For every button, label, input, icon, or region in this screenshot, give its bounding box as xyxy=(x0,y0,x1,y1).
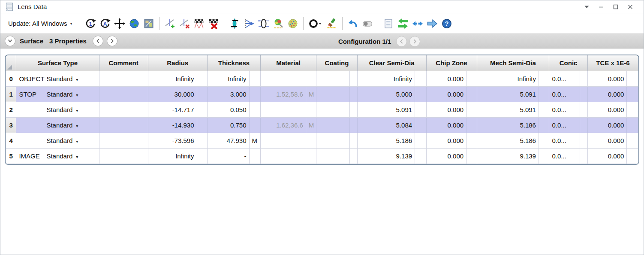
material-solve-cell[interactable]: M xyxy=(306,117,316,133)
mech-solve-cell[interactable] xyxy=(539,71,549,86)
coating-solve-cell[interactable] xyxy=(349,117,357,133)
ring-dropdown-icon[interactable] xyxy=(307,17,324,30)
next-surface-button[interactable] xyxy=(107,36,117,46)
column-header-comment[interactable]: Comment xyxy=(99,55,148,71)
comment-cell[interactable] xyxy=(99,117,148,133)
tce-cell[interactable]: 0.000 xyxy=(587,133,627,148)
select-all-corner-cell[interactable] xyxy=(6,55,16,71)
conic-solve-cell[interactable] xyxy=(580,148,587,164)
clear-semi-dia-cell[interactable]: 5.186 xyxy=(357,133,415,148)
clear-semi-dia-cell[interactable]: 5.084 xyxy=(357,117,415,133)
clear-solve-cell[interactable] xyxy=(415,102,426,117)
conic-solve-cell[interactable] xyxy=(580,71,587,86)
coating-cell[interactable] xyxy=(316,133,349,148)
row-number[interactable]: 2 xyxy=(6,102,16,117)
column-header-thickness[interactable]: Thickness xyxy=(207,55,260,71)
resize-arrows-icon[interactable] xyxy=(411,17,424,30)
clear-semi-dia-cell[interactable]: Infinity xyxy=(357,71,415,86)
coating-cell[interactable] xyxy=(316,71,349,86)
tce-solve-cell[interactable] xyxy=(627,117,638,133)
mech-solve-cell[interactable] xyxy=(539,86,549,102)
clear-solve-cell[interactable] xyxy=(415,86,426,102)
column-header-chip-zone[interactable]: Chip Zone xyxy=(426,55,477,71)
update-one-icon[interactable]: 1 xyxy=(84,17,97,30)
mech-semi-dia-cell[interactable]: 5.186 xyxy=(477,133,539,148)
tce-solve-cell[interactable] xyxy=(627,148,638,164)
toggle-switch-icon[interactable] xyxy=(361,17,374,30)
clear-semi-dia-cell[interactable]: 5.091 xyxy=(357,102,415,117)
minimize-icon[interactable] xyxy=(594,1,608,12)
thickness-solve-cell[interactable] xyxy=(249,102,260,117)
coating-cell[interactable] xyxy=(316,117,349,133)
clear-solve-cell[interactable] xyxy=(415,71,426,86)
coating-cell[interactable] xyxy=(316,86,349,102)
column-header-surface-type[interactable]: Surface Type xyxy=(16,55,99,71)
comment-cell[interactable] xyxy=(99,86,148,102)
thickness-cell[interactable]: 47.930 xyxy=(207,133,249,148)
radius-cell[interactable]: -73.596 xyxy=(148,133,197,148)
conic-solve-cell[interactable] xyxy=(580,86,587,102)
coating-solve-cell[interactable] xyxy=(349,133,357,148)
conic-solve-cell[interactable] xyxy=(580,117,587,133)
globe-icon[interactable] xyxy=(127,17,141,30)
radius-solve-cell[interactable] xyxy=(197,102,207,117)
aperture-icon[interactable] xyxy=(257,17,271,30)
clear-solve-cell[interactable] xyxy=(415,148,426,164)
chip-solve-cell[interactable] xyxy=(466,71,477,86)
insert-surface-icon[interactable] xyxy=(163,17,177,30)
coating-sphere-icon[interactable] xyxy=(286,17,300,30)
comment-cell[interactable] xyxy=(99,148,148,164)
row-number[interactable]: 0 xyxy=(6,71,16,86)
coating-solve-cell[interactable] xyxy=(349,86,357,102)
surface-type-cell[interactable]: STOPStandard▾ xyxy=(16,86,99,102)
surface-type-cell[interactable]: IMAGEStandard▾ xyxy=(16,148,99,164)
radius-solve-cell[interactable] xyxy=(197,117,207,133)
add-fold-mirror-icon[interactable] xyxy=(192,17,206,30)
surface-properties-collapse-button[interactable] xyxy=(5,36,15,46)
tce-solve-cell[interactable] xyxy=(627,133,638,148)
comment-cell[interactable] xyxy=(99,71,148,86)
material-cell[interactable] xyxy=(261,148,306,164)
radius-cell[interactable]: Infinity xyxy=(148,148,197,164)
mech-solve-cell[interactable] xyxy=(539,133,549,148)
surface-sag-icon[interactable] xyxy=(271,17,285,30)
radius-cell[interactable]: -14.930 xyxy=(148,117,197,133)
coating-solve-cell[interactable] xyxy=(349,148,357,164)
next-configuration-button[interactable] xyxy=(409,36,420,47)
previous-surface-button[interactable] xyxy=(93,36,103,46)
window-menu-icon[interactable] xyxy=(579,1,594,12)
ray-fan-icon[interactable] xyxy=(242,17,256,30)
column-header-material[interactable]: Material xyxy=(261,55,316,71)
coating-cell[interactable] xyxy=(316,148,349,164)
cleaner-brush-icon[interactable] xyxy=(325,17,339,30)
thickness-cell[interactable]: - xyxy=(207,148,249,164)
conic-cell[interactable]: 0.0... xyxy=(549,71,580,86)
thickness-cell[interactable]: 0.050 xyxy=(207,102,249,117)
column-header-clear-semi-dia[interactable]: Clear Semi-Dia xyxy=(357,55,426,71)
radius-cell[interactable]: 30.000 xyxy=(148,86,197,102)
delete-fold-mirror-icon[interactable] xyxy=(207,17,220,30)
tce-solve-cell[interactable] xyxy=(627,86,638,102)
material-cell[interactable] xyxy=(261,71,306,86)
chip-solve-cell[interactable] xyxy=(466,86,477,102)
tce-cell[interactable]: 0.000 xyxy=(587,86,627,102)
material-solve-cell[interactable] xyxy=(306,102,316,117)
tce-solve-cell[interactable] xyxy=(627,102,638,117)
tce-cell[interactable]: 0.000 xyxy=(587,71,627,86)
mech-solve-cell[interactable] xyxy=(539,102,549,117)
material-cell[interactable]: 1.52,58.6 xyxy=(261,86,306,102)
mech-semi-dia-cell[interactable]: 5.091 xyxy=(477,86,539,102)
previous-configuration-button[interactable] xyxy=(396,36,407,47)
chip-zone-cell[interactable]: 0.000 xyxy=(426,133,466,148)
thickness-cell[interactable]: 0.750 xyxy=(207,117,249,133)
column-header-mech-semi-dia[interactable]: Mech Semi-Dia xyxy=(477,55,549,71)
chip-zone-cell[interactable]: 0.000 xyxy=(426,86,466,102)
mech-solve-cell[interactable] xyxy=(539,117,549,133)
mech-semi-dia-cell[interactable]: Infinity xyxy=(477,71,539,86)
clear-semi-dia-cell[interactable]: 5.000 xyxy=(357,86,415,102)
tce-cell[interactable]: 0.000 xyxy=(587,102,627,117)
maximize-icon[interactable] xyxy=(608,1,623,12)
column-header-tce-x-1e-6[interactable]: TCE x 1E-6 xyxy=(587,55,638,71)
chip-zone-cell[interactable]: 0.000 xyxy=(426,71,466,86)
column-header-conic[interactable]: Conic xyxy=(549,55,588,71)
